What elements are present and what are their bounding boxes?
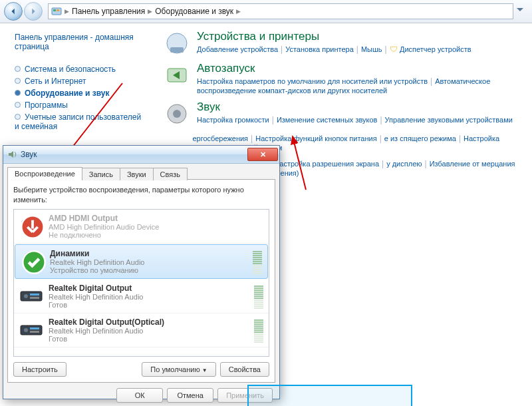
sidebar-item[interactable]: Сеть и Интернет	[15, 77, 148, 86]
task-link[interactable]: Мышь	[361, 45, 382, 53]
set-default-button[interactable]: По умолчанию ▼	[142, 362, 215, 377]
dropdown-history-button[interactable]	[515, 4, 528, 19]
svg-rect-19	[30, 294, 39, 296]
chevron-down-icon: ▼	[202, 367, 207, 373]
device-item[interactable]: AMD HDMI OutputAMD High Definition Audio…	[14, 210, 269, 244]
device-driver: Realtek High Definition Audio	[49, 293, 143, 301]
hdmi-icon	[19, 214, 43, 238]
category: Устройства и принтерыДобавление устройст…	[164, 30, 525, 57]
control-panel-icon	[51, 6, 62, 17]
breadcrumb-item[interactable]: Панель управления	[72, 7, 145, 16]
task-link[interactable]: Изменение системных звуков	[277, 116, 378, 124]
category: ЗвукНастройка громкости|Изменение систем…	[164, 101, 525, 127]
sidebar-item[interactable]: Учетные записи пользователей и семейная	[15, 112, 148, 131]
svg-rect-2	[57, 9, 59, 11]
svg-rect-1	[53, 9, 56, 11]
dialog-footer: ОК Отмена Применить	[3, 383, 279, 406]
category-title[interactable]: Автозапуск	[197, 62, 525, 75]
task-link[interactable]: Настройка функций кнопок питания	[255, 134, 376, 142]
sidebar-item[interactable]: Программы	[15, 101, 148, 110]
task-links: Настройка громкости|Изменение системных …	[197, 115, 513, 124]
device-name: Динамики	[50, 249, 144, 258]
task-link[interactable]: Диспетчер устройств	[400, 45, 471, 53]
task-links: Настройка параметров по умолчанию для но…	[197, 77, 525, 95]
dialog-titlebar[interactable]: Звук ✕	[3, 146, 279, 164]
sidebar-item[interactable]: Оборудование и звук	[15, 89, 148, 98]
selection-rectangle	[247, 385, 412, 406]
tab[interactable]: Связь	[153, 168, 188, 180]
configure-button[interactable]: Настроить	[13, 362, 66, 377]
device-status: Готов	[49, 301, 143, 309]
back-button[interactable]	[4, 2, 23, 21]
chevron-right-icon: ▶	[148, 8, 152, 15]
svg-rect-17	[21, 292, 42, 301]
receiver-icon	[19, 317, 43, 341]
properties-button[interactable]: Свойства	[220, 362, 269, 377]
shield-icon: 🛡	[390, 45, 400, 54]
breadcrumb-item[interactable]: Оборудование и звук	[155, 7, 233, 16]
ok-button[interactable]: ОК	[116, 388, 163, 403]
device-driver: Realtek High Definition Audio	[49, 327, 164, 335]
chevron-right-icon: ▶	[65, 8, 69, 15]
tab[interactable]: Воспроизведение	[7, 167, 82, 180]
svg-rect-4	[170, 47, 184, 53]
cancel-button[interactable]: Отмена	[167, 388, 213, 403]
task-link[interactable]: Настройка разрешения экрана	[274, 160, 379, 168]
level-meter	[254, 284, 263, 309]
panel-description: Выберите устройство воспроизведения, пар…	[13, 185, 269, 205]
task-link[interactable]: ергосбережения	[192, 134, 248, 142]
dialog-tabs: ВоспроизведениеЗаписьЗвукиСвязь	[7, 166, 279, 179]
category-icon	[164, 101, 190, 127]
chevron-right-icon: ▶	[236, 8, 241, 15]
device-status: Устройство по умолчанию	[50, 266, 144, 274]
speaker-icon	[21, 249, 45, 273]
task-link[interactable]: Настройка громкости	[197, 116, 269, 124]
category-icon	[164, 62, 190, 89]
device-item[interactable]: Realtek Digital Output(Optical)Realtek H…	[14, 313, 269, 347]
dialog-title: Звук	[21, 150, 37, 159]
category-title[interactable]: Звук	[197, 101, 513, 114]
category-title[interactable]: Устройства и принтеры	[197, 30, 471, 43]
forward-button[interactable]	[24, 2, 43, 21]
tab[interactable]: Звуки	[120, 168, 154, 180]
device-item[interactable]: ДинамикиRealtek High Definition AudioУст…	[15, 244, 268, 279]
tab-panel: Выберите устройство воспроизведения, пар…	[7, 179, 275, 383]
task-link[interactable]: е из спящего режима	[384, 134, 456, 142]
status-badge-icon	[22, 250, 46, 274]
task-link[interactable]: Управление звуковыми устройствами	[385, 116, 513, 124]
address-bar: ▶ Панель управления ▶ Оборудование и зву…	[0, 0, 532, 23]
svg-rect-20	[30, 297, 39, 299]
device-name: Realtek Digital Output(Optical)	[49, 317, 164, 327]
svg-point-7	[173, 110, 181, 118]
task-link[interactable]: Настройка параметров по умолчанию для но…	[197, 77, 428, 85]
receiver-icon	[19, 284, 43, 307]
sidebar-item[interactable]: Система и безопасность	[15, 65, 148, 74]
task-link[interactable]: Установка принтера	[285, 45, 354, 53]
category: АвтозапускНастройка параметров по умолча…	[164, 62, 525, 95]
speaker-icon	[7, 149, 18, 160]
device-name: AMD HDMI Output	[49, 214, 159, 223]
device-status: Готов	[49, 335, 164, 343]
category-icon	[164, 30, 190, 57]
device-item[interactable]: Realtek Digital OutputRealtek High Defin…	[14, 280, 269, 313]
device-list[interactable]: AMD HDMI OutputAMD High Definition Audio…	[13, 209, 269, 357]
breadcrumb[interactable]: ▶ Панель управления ▶ Оборудование и зву…	[48, 3, 513, 19]
sound-dialog: Звук ✕ ВоспроизведениеЗаписьЗвукиСвязь В…	[3, 145, 280, 399]
svg-point-22	[24, 328, 28, 332]
task-links: Добавление устройства|Установка принтера…	[197, 45, 471, 54]
device-driver: AMD High Definition Audio Device	[49, 223, 159, 231]
status-badge-icon	[21, 215, 45, 239]
sidebar-home-link[interactable]: Панель управления - домашняя страница	[15, 33, 148, 51]
svg-point-18	[24, 294, 28, 298]
device-name: Realtek Digital Output	[49, 284, 143, 293]
level-meter	[253, 249, 262, 274]
device-driver: Realtek High Definition Audio	[50, 258, 144, 266]
level-meter	[254, 317, 263, 343]
task-link[interactable]: у дисплею	[386, 160, 422, 168]
task-link[interactable]: Добавление устройства	[197, 45, 278, 53]
tab[interactable]: Запись	[82, 168, 120, 180]
close-button[interactable]: ✕	[247, 148, 278, 161]
svg-rect-24	[30, 331, 39, 333]
svg-rect-21	[21, 325, 42, 335]
svg-rect-23	[30, 327, 39, 329]
